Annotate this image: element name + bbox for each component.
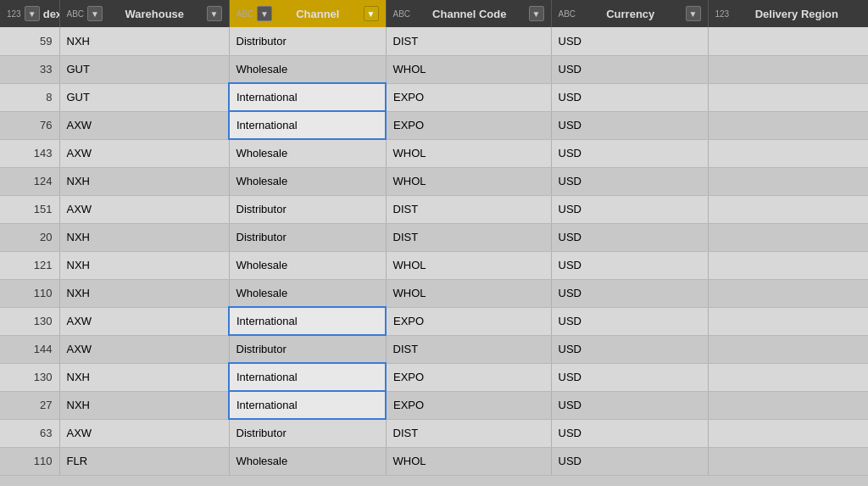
cell-currency: USD — [551, 363, 708, 391]
table-row: 124NXHWholesaleWHOLUSD — [0, 167, 868, 195]
filter-button-channel[interactable]: ▼ — [364, 6, 379, 21]
cell-delivery-region — [708, 111, 868, 139]
filter-button-currency[interactable]: ▼ — [686, 6, 701, 21]
cell-channel-code: EXPO — [386, 391, 551, 419]
cell-channel: Distributor — [229, 27, 386, 55]
cell-channel-code: WHOL — [386, 167, 551, 195]
table-row: 33GUTWholesaleWHOLUSD — [0, 55, 868, 83]
cell-delivery-region — [708, 391, 868, 419]
cell-currency: USD — [551, 139, 708, 167]
cell-currency: USD — [551, 167, 708, 195]
cell-channel-code: DIST — [386, 419, 551, 447]
table-row: 20NXHDistributorDISTUSD — [0, 223, 868, 251]
column-header-channel[interactable]: ABC▼Channel▼ — [229, 0, 386, 27]
cell-channel: International — [229, 363, 386, 391]
table-row: 76AXWInternationalEXPOUSD — [0, 111, 868, 139]
cell-channel: Distributor — [229, 419, 386, 447]
data-table: 123▼dex▼ABC▼Warehouse▼ABC▼Channel▼ABCCha… — [0, 0, 868, 486]
cell-delivery-region — [708, 167, 868, 195]
cell-channel-code: DIST — [386, 27, 551, 55]
cell-channel-code: WHOL — [386, 139, 551, 167]
sort-button-index[interactable]: ▼ — [25, 6, 40, 21]
cell-channel: Wholesale — [229, 139, 386, 167]
cell-warehouse: NXH — [59, 391, 229, 419]
cell-currency: USD — [551, 111, 708, 139]
cell-warehouse: NXH — [59, 363, 229, 391]
cell-channel-code: WHOL — [386, 251, 551, 279]
column-header-index[interactable]: 123▼dex▼ — [0, 0, 59, 27]
cell-channel-code: DIST — [386, 335, 551, 363]
cell-channel-code: WHOL — [386, 279, 551, 307]
cell-delivery-region — [708, 251, 868, 279]
cell-channel-code: EXPO — [386, 307, 551, 335]
cell-currency: USD — [551, 279, 708, 307]
sort-button-warehouse[interactable]: ▼ — [87, 6, 103, 21]
cell-delivery-region — [708, 363, 868, 391]
type-icon-channel: ABC — [236, 9, 254, 19]
cell-warehouse: AXW — [59, 419, 229, 447]
cell-channel-code: EXPO — [386, 363, 551, 391]
cell-delivery-region — [708, 279, 868, 307]
table-row: 8GUTInternationalEXPOUSD — [0, 83, 868, 111]
cell-warehouse: AXW — [59, 111, 229, 139]
cell-index: 110 — [0, 447, 59, 475]
cell-warehouse: GUT — [59, 55, 229, 83]
column-header-warehouse[interactable]: ABC▼Warehouse▼ — [59, 0, 229, 27]
column-header-channel_code[interactable]: ABCChannel Code▼ — [386, 0, 551, 27]
cell-index: 20 — [0, 223, 59, 251]
cell-delivery-region — [708, 447, 868, 475]
cell-currency: USD — [551, 335, 708, 363]
table-row: 63AXWDistributorDISTUSD — [0, 419, 868, 447]
cell-delivery-region — [708, 419, 868, 447]
cell-delivery-region — [708, 223, 868, 251]
cell-index: 130 — [0, 363, 59, 391]
cell-channel: Wholesale — [229, 279, 386, 307]
table-row: 59NXHDistributorDISTUSD — [0, 27, 868, 55]
cell-index: 110 — [0, 279, 59, 307]
column-label-channel_code: Channel Code — [414, 8, 525, 20]
column-label-delivery_region: Delivery Region — [732, 8, 860, 20]
cell-delivery-region — [708, 307, 868, 335]
cell-warehouse: AXW — [59, 335, 229, 363]
filter-button-channel_code[interactable]: ▼ — [529, 6, 544, 21]
cell-index: 27 — [0, 391, 59, 419]
type-icon-currency: ABC — [559, 9, 576, 19]
cell-warehouse: NXH — [59, 223, 229, 251]
cell-warehouse: NXH — [59, 251, 229, 279]
cell-index: 151 — [0, 195, 59, 223]
cell-index: 124 — [0, 167, 59, 195]
column-header-currency[interactable]: ABCCurrency▼ — [551, 0, 708, 27]
cell-currency: USD — [551, 223, 708, 251]
column-label-warehouse: Warehouse — [106, 8, 203, 20]
cell-warehouse: NXH — [59, 27, 229, 55]
cell-index: 143 — [0, 139, 59, 167]
cell-warehouse: AXW — [59, 307, 229, 335]
cell-delivery-region — [708, 139, 868, 167]
cell-index: 33 — [0, 55, 59, 83]
cell-warehouse: NXH — [59, 167, 229, 195]
cell-currency: USD — [551, 307, 708, 335]
cell-index: 59 — [0, 27, 59, 55]
cell-channel: Wholesale — [229, 447, 386, 475]
cell-channel-code: DIST — [386, 223, 551, 251]
table-row: 130AXWInternationalEXPOUSD — [0, 307, 868, 335]
cell-warehouse: AXW — [59, 139, 229, 167]
sort-button-channel[interactable]: ▼ — [257, 6, 272, 21]
cell-channel: International — [229, 83, 386, 111]
cell-index: 144 — [0, 335, 59, 363]
table-row: 121NXHWholesaleWHOLUSD — [0, 251, 868, 279]
cell-currency: USD — [551, 195, 708, 223]
filter-button-warehouse[interactable]: ▼ — [207, 6, 222, 21]
table-row: 130NXHInternationalEXPOUSD — [0, 363, 868, 391]
cell-currency: USD — [551, 27, 708, 55]
column-header-delivery_region[interactable]: 123Delivery Region — [708, 0, 868, 27]
cell-delivery-region — [708, 83, 868, 111]
type-icon-warehouse: ABC — [67, 9, 85, 19]
cell-channel: Distributor — [229, 223, 386, 251]
cell-channel: International — [229, 307, 386, 335]
cell-warehouse: NXH — [59, 279, 229, 307]
cell-delivery-region — [708, 195, 868, 223]
cell-warehouse: FLR — [59, 447, 229, 475]
cell-channel: Wholesale — [229, 167, 386, 195]
column-label-index: dex — [43, 8, 59, 20]
